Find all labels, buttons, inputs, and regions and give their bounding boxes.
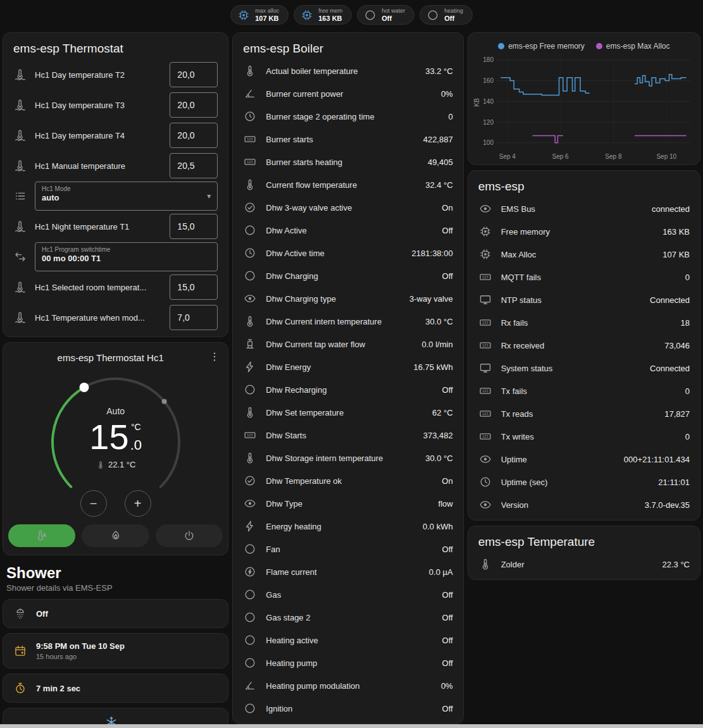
card-title: ems-esp Boiler: [233, 33, 463, 59]
entity-row[interactable]: 123Rx received73,046: [468, 334, 700, 357]
entity-row[interactable]: GasOff: [233, 583, 463, 606]
column-right: ems-esp Free memoryems-esp Max Alloc 100…: [468, 32, 700, 585]
circle-icon: [243, 224, 257, 237]
entity-row[interactable]: Dhw 3-way valve activeOn: [233, 196, 463, 219]
entity-name: Dhw Charging type: [266, 294, 401, 304]
dial-handle[interactable]: [79, 383, 89, 392]
mode-off-button[interactable]: [156, 524, 223, 547]
entity-row[interactable]: NTP statusConnected: [468, 288, 700, 311]
entity-row[interactable]: Flame current0.0 µA: [233, 560, 463, 583]
entity-row[interactable]: Free memory163 KB: [468, 220, 700, 243]
mode-heat-button[interactable]: [82, 524, 149, 547]
horizontal-scrollbar[interactable]: [0, 724, 703, 728]
counter-icon: 123: [478, 271, 492, 283]
entity-name: Flame current: [266, 567, 420, 577]
mode-auto-button[interactable]: [8, 524, 75, 547]
thermometer-icon: [243, 315, 257, 328]
entity-row[interactable]: 123Tx fails0: [468, 379, 700, 402]
entity-row[interactable]: Uptime (sec)21:11:01: [468, 471, 700, 493]
legend-item[interactable]: ems-esp Max Alloc: [596, 42, 670, 51]
badge-label: heating: [444, 8, 463, 15]
thermostat-dial-card: ems-esp Thermostat Hc1 Auto 15 °C: [3, 342, 228, 555]
entity-row[interactable]: Dhw Typeflow: [233, 492, 463, 515]
field-value: auto: [42, 193, 211, 202]
entity-name: Energy heating: [266, 522, 414, 531]
number-input[interactable]: 20,0: [170, 92, 218, 118]
entity-row[interactable]: Uptime000+21:11:01.434: [468, 448, 700, 471]
more-options-button[interactable]: [208, 350, 221, 365]
eye-icon: [478, 453, 492, 466]
entity-value: 3.7.0-dev.35: [645, 500, 690, 510]
shower-item-card[interactable]: 9:58 PM on Tue 10 Sep15 hours ago: [3, 633, 228, 669]
entity-value: 422,887: [423, 135, 453, 144]
entity-row[interactable]: Dhw Current tap water flow0.0 l/min: [233, 333, 463, 355]
number-input[interactable]: 20,0: [170, 123, 218, 148]
entity-row[interactable]: Current flow temperature32.4 °C: [233, 173, 463, 196]
entity-row[interactable]: Max Alloc107 KB: [468, 243, 700, 266]
entity-row[interactable]: 123Burner starts422,887: [233, 128, 463, 151]
increase-temp-button[interactable]: +: [125, 490, 151, 517]
entity-row[interactable]: Dhw Set temperature62 °C: [233, 401, 463, 424]
switchtime-field[interactable]: Hc1 Program switchtime00 mo 00:00 T1: [35, 242, 218, 271]
power-icon: [182, 529, 196, 542]
temperature-card: ems-esp Temperature Zolder22.3 °C: [468, 526, 700, 580]
entity-row[interactable]: Actual boiler temperature33.2 °C: [233, 59, 463, 82]
number-input[interactable]: 7,0: [170, 305, 218, 330]
entity-row[interactable]: Burner stage 2 operating time0: [233, 105, 463, 128]
entity-row[interactable]: Gas stage 2Off: [233, 606, 463, 629]
dashboard: ems-esp Thermostat Hc1 Day temperature T…: [0, 32, 703, 728]
entity-row[interactable]: FanOff: [233, 538, 463, 560]
entity-row[interactable]: EMS Busconnected: [468, 197, 700, 220]
thermo-water-icon: [13, 220, 27, 233]
entity-row[interactable]: Heating pumpOff: [233, 651, 463, 674]
badge-free-mem[interactable]: free mem163 KB: [294, 5, 352, 25]
badge-hot-water[interactable]: hot waterOff: [357, 5, 414, 25]
entity-row[interactable]: 123Tx reads17,827: [468, 402, 700, 425]
legend-dot: [498, 43, 504, 49]
entity-row[interactable]: Energy heating0.0 kWh: [233, 515, 463, 538]
entity-row[interactable]: 123Dhw Starts373,482: [233, 424, 463, 447]
shower-item-title: Off: [36, 609, 48, 619]
entity-row[interactable]: Heating activeOff: [233, 629, 463, 651]
thermo-water-icon: [13, 159, 27, 172]
top-badges: max alloc107 KBfree mem163 KBhot waterOf…: [0, 0, 703, 32]
entity-name: Dhw Energy: [266, 362, 404, 372]
badge-heating[interactable]: heatingOff: [420, 5, 473, 25]
badge-max-alloc[interactable]: max alloc107 KB: [230, 5, 289, 25]
entity-row[interactable]: IgnitionOff: [233, 697, 463, 720]
entity-row[interactable]: Dhw Storage intern temperature30.0 °C: [233, 447, 463, 469]
entity-row[interactable]: 123Tx writes0: [468, 425, 700, 448]
entity-name: Tx fails: [501, 386, 676, 396]
entity-row[interactable]: Dhw Temperature okOn: [233, 469, 463, 492]
entity-name: Free memory: [501, 227, 654, 237]
entity-row[interactable]: Dhw Active time2181:38:00: [233, 242, 463, 264]
entity-name: Burner stage 2 operating time: [266, 112, 439, 121]
decrease-temp-button[interactable]: −: [80, 490, 107, 517]
entity-row[interactable]: Zolder22.3 °C: [468, 553, 700, 576]
legend-item[interactable]: ems-esp Free memory: [498, 42, 585, 51]
entity-row[interactable]: 123MQTT fails0: [468, 266, 700, 288]
number-input[interactable]: 15,0: [170, 275, 218, 300]
shower-item-card[interactable]: 7 min 2 sec: [3, 674, 228, 703]
number-input[interactable]: 20,5: [170, 153, 218, 178]
mode-select[interactable]: Hc1 Modeauto▾: [35, 182, 218, 211]
entity-row[interactable]: Heating pump modulation0%: [233, 674, 463, 697]
entity-value: 0.0 kWh: [423, 522, 453, 531]
entity-row[interactable]: Dhw Energy16.75 kWh: [233, 355, 463, 378]
entity-row[interactable]: Dhw ActiveOff: [233, 219, 463, 242]
entity-row[interactable]: Dhw Charging type3-way valve: [233, 287, 463, 310]
eye-icon: [478, 498, 492, 511]
legend-label: ems-esp Max Alloc: [606, 42, 670, 51]
entity-row[interactable]: Dhw RechargingOff: [233, 378, 463, 401]
entity-row[interactable]: Dhw Current intern temperature30.0 °C: [233, 310, 463, 333]
entity-row[interactable]: 123Burner starts heating49,405: [233, 151, 463, 173]
shower-item-card[interactable]: Off: [3, 599, 228, 628]
entity-row[interactable]: Version3.7.0-dev.35: [468, 493, 700, 516]
entity-row[interactable]: 123Rx fails18: [468, 311, 700, 334]
entity-row[interactable]: Dhw ChargingOff: [233, 264, 463, 287]
entity-row[interactable]: System statusConnected: [468, 357, 700, 379]
boiler-card: ems-esp Boiler Actual boiler temperature…: [232, 32, 463, 724]
number-input[interactable]: 20,0: [170, 62, 218, 87]
entity-row[interactable]: Burner current power0%: [233, 82, 463, 105]
number-input[interactable]: 15,0: [170, 214, 218, 239]
